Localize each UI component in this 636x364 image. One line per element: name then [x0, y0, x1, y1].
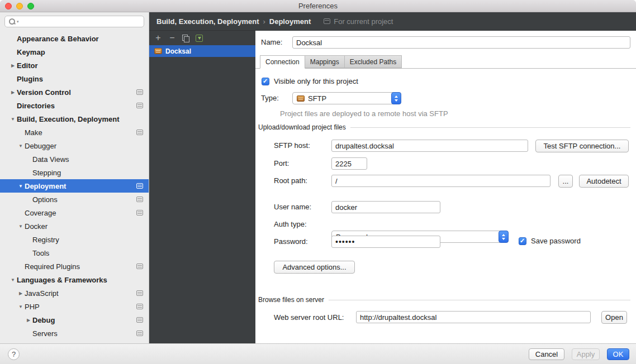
advanced-options-button[interactable]: Advanced options...	[274, 261, 355, 274]
visible-only-checkbox[interactable]	[262, 78, 269, 85]
sidebar-item-docker[interactable]: ▼Docker	[0, 219, 149, 233]
sftp-host-input[interactable]	[331, 140, 528, 152]
tab-excluded-paths[interactable]: Excluded Paths	[344, 55, 402, 68]
sidebar-item-label: Servers	[32, 329, 58, 338]
sidebar-item-php[interactable]: ▼PHP	[0, 300, 149, 313]
type-dropdown[interactable]: SFTP	[292, 92, 401, 104]
chevron-down-icon[interactable]: ▼	[17, 304, 25, 309]
sidebar-item-data-views[interactable]: Data Views	[0, 152, 149, 166]
sidebar-item-label: Languages & Frameworks	[17, 276, 107, 284]
sidebar-item-label: Debug	[32, 316, 55, 324]
window-title: Preferences	[298, 2, 338, 10]
copy-icon[interactable]	[182, 35, 189, 42]
zoom-button[interactable]	[27, 3, 34, 9]
cancel-button[interactable]: Cancel	[529, 348, 564, 360]
name-label: Name:	[261, 38, 282, 47]
web-root-input[interactable]	[356, 311, 591, 323]
sidebar-item-label: Required Plugins	[25, 262, 80, 271]
chevron-down-icon[interactable]: ▼	[9, 277, 17, 282]
sidebar-item-version-control[interactable]: ▶Version Control	[0, 85, 149, 99]
per-project-indicator-icon	[136, 304, 143, 309]
password-input[interactable]	[331, 236, 440, 248]
visible-only-label: Visible only for this project	[274, 77, 358, 86]
breadcrumb-group[interactable]: Build, Execution, Deployment	[156, 17, 259, 26]
open-button[interactable]: Open	[601, 311, 627, 324]
close-button[interactable]	[5, 3, 12, 9]
sidebar-item-keymap[interactable]: Keymap	[0, 45, 149, 59]
sftp-icon	[297, 95, 305, 102]
sidebar-item-plugins[interactable]: Plugins	[0, 72, 149, 85]
remove-icon[interactable]: −	[168, 33, 176, 42]
minimize-button[interactable]	[16, 3, 23, 9]
sidebar-item-required-plugins[interactable]: Required Plugins	[0, 260, 149, 273]
search-options-chevron-icon[interactable]: ▾	[17, 20, 19, 24]
name-input[interactable]	[292, 36, 630, 49]
sidebar-item-make[interactable]: Make	[0, 126, 149, 139]
sftp-host-label: SFTP host:	[274, 141, 310, 150]
add-icon[interactable]: +	[154, 33, 162, 42]
sidebar-item-directories[interactable]: Directories	[0, 99, 149, 112]
help-button[interactable]: ?	[8, 348, 20, 360]
breadcrumb-page[interactable]: Deployment	[269, 17, 311, 26]
sidebar-item-registry[interactable]: Registry	[0, 233, 149, 246]
scope-indicator: For current project	[324, 17, 393, 26]
sidebar-item-tools[interactable]: Tools	[0, 246, 149, 260]
chevron-down-icon[interactable]: ▼	[17, 143, 25, 149]
sidebar-item-coverage[interactable]: Coverage	[0, 206, 149, 219]
search-icon	[8, 18, 16, 25]
sidebar-item-languages-frameworks[interactable]: ▼Languages & Frameworks	[0, 273, 149, 286]
sidebar-item-debugger[interactable]: ▼Debugger	[0, 139, 149, 152]
sidebar-item-label: Directories	[17, 102, 55, 110]
dropdown-stepper-icon	[499, 231, 509, 243]
search-input[interactable]	[20, 18, 140, 26]
tab-connection[interactable]: Connection	[260, 55, 305, 69]
test-connection-button[interactable]: Test SFTP connection...	[535, 140, 629, 152]
sidebar-item-label: Options	[32, 195, 58, 204]
sidebar-item-build-execution-deployment[interactable]: ▼Build, Execution, Deployment	[0, 112, 149, 126]
preferences-window: Preferences ▾ Appearance & BehaviorKeyma…	[0, 0, 636, 364]
sidebar-item-label: Deployment	[25, 182, 66, 190]
chevron-right-icon[interactable]: ▶	[17, 291, 25, 296]
server-list: Docksal	[149, 45, 255, 57]
search-box[interactable]: ▾	[4, 16, 144, 27]
sidebar-item-servers[interactable]: Servers	[0, 327, 149, 340]
settings-tree: Appearance & BehaviorKeymap▶EditorPlugin…	[0, 32, 149, 340]
chevron-down-icon[interactable]: ▼	[17, 224, 25, 229]
section-divider	[350, 127, 630, 128]
dialog-footer: ? Cancel Apply OK	[0, 343, 636, 364]
chevron-right-icon[interactable]: ▶	[9, 63, 17, 68]
sidebar-item-appearance-behavior[interactable]: Appearance & Behavior	[0, 32, 149, 45]
tab-bar: Connection Mappings Excluded Paths	[255, 55, 636, 69]
ok-button[interactable]: OK	[607, 348, 629, 360]
autodetect-button[interactable]: Autodetect	[579, 175, 629, 188]
sidebar-item-debug[interactable]: ▶Debug	[0, 313, 149, 327]
sidebar-item-label: Tools	[32, 249, 49, 257]
server-item-docksal[interactable]: Docksal	[149, 45, 255, 57]
per-project-indicator-icon	[136, 331, 143, 336]
sync-icon[interactable]	[196, 35, 203, 42]
chevron-right-icon[interactable]: ▶	[9, 90, 17, 95]
chevron-down-icon[interactable]: ▼	[17, 184, 25, 189]
tab-mappings[interactable]: Mappings	[305, 55, 345, 68]
sidebar-item-deployment[interactable]: ▼Deployment	[0, 179, 149, 193]
per-project-indicator-icon	[136, 317, 143, 323]
save-password-checkbox[interactable]	[519, 237, 526, 245]
port-input[interactable]	[331, 157, 367, 170]
user-name-input[interactable]	[331, 201, 440, 213]
apply-button[interactable]: Apply	[572, 348, 600, 360]
per-project-indicator-icon	[136, 183, 143, 189]
per-project-indicator-icon	[136, 197, 143, 202]
browse-root-button[interactable]: ...	[558, 175, 573, 188]
chevron-right-icon[interactable]: ▶	[25, 318, 32, 323]
sidebar-item-options[interactable]: Options	[0, 193, 149, 206]
upload-section-label: Upload/download project files	[258, 123, 346, 131]
password-label: Password:	[274, 237, 308, 246]
root-path-input[interactable]	[331, 175, 550, 187]
sidebar-item-stepping[interactable]: Stepping	[0, 166, 149, 179]
sidebar-item-javascript[interactable]: ▶JavaScript	[0, 286, 149, 300]
sidebar-item-label: Version Control	[17, 88, 71, 97]
project-scope-icon	[324, 18, 330, 24]
server-list-panel: +− Docksal	[149, 31, 255, 343]
sidebar-item-editor[interactable]: ▶Editor	[0, 59, 149, 72]
chevron-down-icon[interactable]: ▼	[9, 117, 17, 122]
